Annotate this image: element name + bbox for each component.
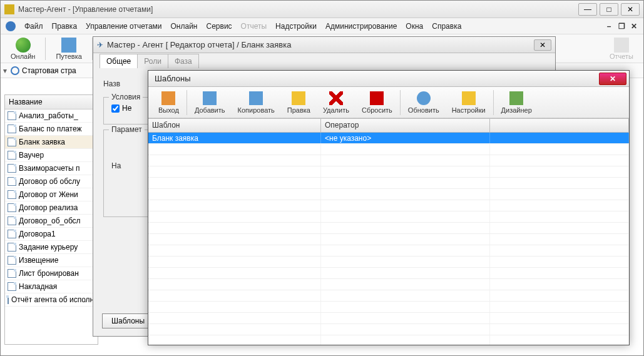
tool-exit[interactable]: Выход: [152, 90, 185, 115]
mdi-restore[interactable]: ❐: [617, 22, 626, 31]
col-operator[interactable]: Оператор: [321, 119, 490, 132]
document-icon: [8, 243, 16, 252]
table-row[interactable]: Бланк заявка<не указано>: [148, 133, 629, 144]
menu-addons[interactable]: Надстройки: [275, 22, 317, 31]
minimize-button[interactable]: —: [578, 3, 597, 16]
list-item[interactable]: Взаиморасчеты п: [5, 162, 98, 175]
table-row-empty[interactable]: [148, 211, 629, 223]
tool-designer[interactable]: Дизайнер: [495, 90, 538, 115]
table-row-empty[interactable]: [148, 313, 629, 324]
chevron-down-icon[interactable]: ▾: [3, 66, 7, 75]
inner-label: На: [111, 161, 121, 170]
list-item[interactable]: Договора1: [5, 228, 98, 241]
mdi-close[interactable]: ✕: [630, 22, 638, 31]
tab-phase[interactable]: Фаза: [168, 54, 199, 68]
refresh-icon: [417, 91, 431, 105]
list-item-label: Анализ_работы_: [19, 111, 78, 120]
table-row-empty[interactable]: [148, 245, 629, 257]
list-item[interactable]: Баланс по платеж: [5, 123, 98, 136]
tab-general[interactable]: Общее: [100, 54, 138, 68]
condition-checkbox[interactable]: [111, 104, 120, 113]
table-row-empty[interactable]: [148, 279, 629, 290]
toolbar-online[interactable]: Онлайн: [6, 36, 40, 61]
start-tab-label[interactable]: Стартовая стра: [22, 66, 76, 75]
table-row-empty[interactable]: [148, 290, 629, 302]
list-item[interactable]: Договор_об_обсл: [5, 215, 98, 228]
table-row-empty[interactable]: [148, 335, 629, 345]
maximize-button[interactable]: □: [600, 3, 618, 16]
toolbar-voucher[interactable]: Путевка: [51, 36, 86, 61]
table-row-empty[interactable]: [148, 223, 629, 234]
table-row-empty[interactable]: [148, 155, 629, 166]
grid-body[interactable]: Бланк заявка<не указано>: [148, 133, 629, 345]
list-item[interactable]: Извещение: [5, 254, 98, 267]
list-item[interactable]: Задание курьеру: [5, 241, 98, 254]
table-row-empty[interactable]: [148, 166, 629, 178]
table-row-empty[interactable]: [148, 234, 629, 245]
templates-grid: Шаблон Оператор Бланк заявка<не указано>: [148, 118, 629, 345]
conditions-legend: Условия: [109, 93, 143, 101]
list-item[interactable]: Накладная: [5, 280, 98, 293]
tool-refresh[interactable]: Обновить: [402, 90, 446, 115]
cell-template: Бланк заявка: [148, 133, 321, 143]
reports-icon: [614, 38, 629, 53]
col-template[interactable]: Шаблон: [148, 119, 321, 132]
list-item[interactable]: Отчёт агента об исполнении по: [5, 293, 98, 307]
list-item[interactable]: Ваучер: [5, 149, 98, 162]
document-icon: [8, 125, 16, 133]
list-item-label: Договор от Жени: [19, 190, 78, 199]
menu-edit[interactable]: Правка: [52, 22, 78, 31]
list-item[interactable]: Договор от Жени: [5, 188, 98, 201]
table-row-empty[interactable]: [148, 302, 629, 313]
menu-admin[interactable]: Администрирование: [325, 22, 397, 31]
checkbox-label: Не: [122, 104, 131, 113]
exit-icon: [161, 91, 175, 105]
table-row-empty[interactable]: [148, 178, 629, 189]
menu-reports-mgmt[interactable]: Управление отчетами: [86, 22, 161, 31]
list-item[interactable]: Бланк заявка: [5, 136, 98, 149]
menu-reports[interactable]: Отчеты: [241, 22, 267, 31]
list-header: Название: [5, 95, 98, 109]
table-row-empty[interactable]: [148, 144, 629, 155]
tool-settings[interactable]: Настройки: [446, 90, 492, 115]
menu-online[interactable]: Онлайн: [171, 22, 198, 31]
list-item[interactable]: Лист бронирован: [5, 267, 98, 280]
list-item-label: Баланс по платеж: [19, 125, 82, 133]
menu-file[interactable]: Файл: [24, 22, 43, 31]
table-row-empty[interactable]: [148, 189, 629, 200]
editor-title: Мастер - Агент [ Редактор отчета] / Блан…: [107, 40, 534, 49]
list-item[interactable]: Договор об обслу: [5, 175, 98, 188]
mdi-minimize[interactable]: –: [605, 22, 613, 31]
menubar: Файл Правка Управление отчетами Онлайн С…: [1, 18, 643, 34]
editor-icon: ✈: [97, 41, 103, 49]
reports-list-panel: Название Анализ_работы_Баланс по платежБ…: [4, 94, 98, 345]
tool-copy[interactable]: Копировать: [232, 90, 281, 115]
list-item[interactable]: Анализ_работы_: [5, 109, 98, 123]
table-row-empty[interactable]: [148, 268, 629, 279]
document-icon: [8, 203, 16, 212]
close-button[interactable]: ✕: [621, 3, 640, 16]
params-legend: Парамет: [109, 125, 145, 134]
tool-edit[interactable]: Правка: [281, 90, 317, 115]
cell-operator: <не указано>: [321, 133, 490, 143]
list-item-label: Бланк заявка: [19, 138, 65, 146]
gear-icon: [11, 66, 19, 75]
templates-button[interactable]: Шаблоны: [102, 313, 154, 328]
tab-roles[interactable]: Роли: [137, 54, 168, 68]
tool-reset[interactable]: Сбросить: [355, 90, 399, 115]
tool-add[interactable]: Добавить: [188, 90, 232, 115]
tool-delete[interactable]: Удалить: [317, 90, 355, 115]
list-item[interactable]: Договор реализа: [5, 201, 98, 215]
document-icon: [8, 164, 16, 173]
menu-windows[interactable]: Окна: [406, 22, 423, 31]
menu-help[interactable]: Справка: [432, 22, 461, 31]
table-row-empty[interactable]: [148, 324, 629, 335]
dialog-close-button[interactable]: ✕: [599, 73, 626, 85]
table-row-empty[interactable]: [148, 200, 629, 211]
settings-icon: [462, 91, 476, 105]
gear-icon[interactable]: [6, 21, 16, 31]
list-item-label: Извещение: [19, 256, 58, 265]
menu-service[interactable]: Сервис: [207, 22, 232, 31]
table-row-empty[interactable]: [148, 257, 629, 268]
editor-close-button[interactable]: ✕: [534, 39, 551, 51]
